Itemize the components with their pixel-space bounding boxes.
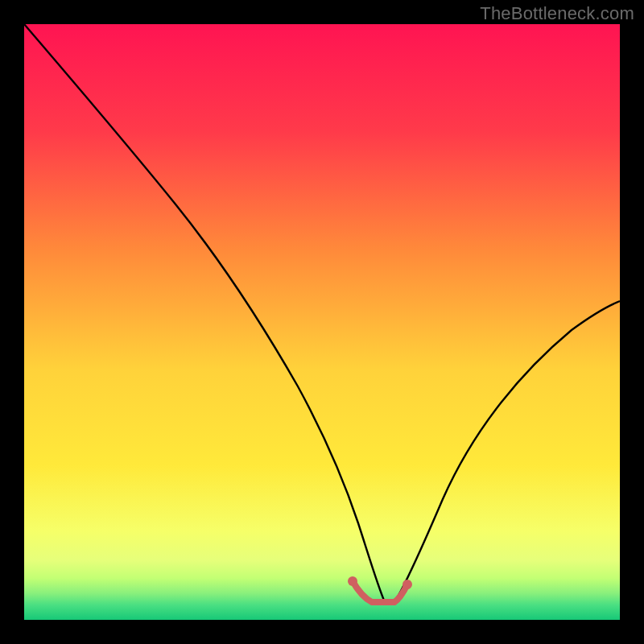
svg-point-2 — [402, 580, 412, 589]
curve-path — [24, 24, 620, 602]
watermark-text: TheBottleneck.com — [480, 3, 634, 24]
bottleneck-curve — [24, 24, 620, 620]
chart-frame: TheBottleneck.com — [0, 0, 644, 644]
plot-area — [24, 24, 620, 620]
